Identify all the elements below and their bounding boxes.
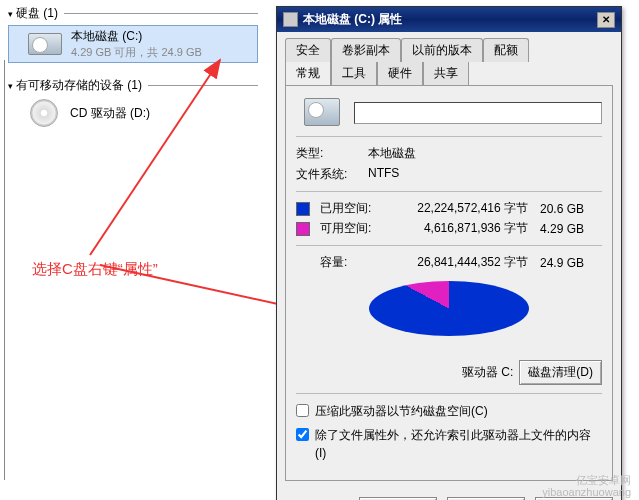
type-value: 本地磁盘 [368,145,602,162]
pie-chart [296,281,602,354]
section-removable-header: 有可移动存储的设备 (1) [8,77,258,94]
capacity-row: 容量: 26,841,444,352 字节 24.9 GB [296,254,602,271]
fs-label: 文件系统: [296,166,368,183]
capacity-bytes: 26,841,444,352 字节 [398,254,528,271]
dialog-title: 本地磁盘 (C:) 属性 [303,11,402,28]
free-label: 可用空间: [320,220,392,237]
properties-dialog: 本地磁盘 (C:) 属性 ✕ 安全 卷影副本 以前的版本 配额 常规 工具 硬件… [276,6,622,500]
drive-d-label: CD 驱动器 (D:) [70,105,150,122]
index-option[interactable]: 除了文件属性外，还允许索引此驱动器上文件的内容(I) [296,426,602,462]
drive-c-entry[interactable]: 本地磁盘 (C:) 4.29 GB 可用，共 24.9 GB [8,25,258,63]
free-gb: 4.29 GB [534,222,584,236]
watermark: 亿宝安卓网 yibaoanzhuowang [542,474,631,498]
compress-label: 压缩此驱动器以节约磁盘空间(C) [315,402,488,420]
titlebar: 本地磁盘 (C:) 属性 ✕ [277,7,621,32]
tab-sharing[interactable]: 共享 [423,62,469,85]
tab-hardware[interactable]: 硬件 [377,62,423,85]
tab-general[interactable]: 常规 [285,62,331,85]
annotation-select-c: 选择C盘右键“属性” [32,260,158,279]
compress-checkbox[interactable] [296,404,309,417]
used-label: 已用空间: [320,200,392,217]
disk-cleanup-button[interactable]: 磁盘清理(D) [519,360,602,385]
hdd-icon [27,30,63,58]
used-gb: 20.6 GB [534,202,584,216]
tab-security[interactable]: 安全 [285,38,331,62]
tab-quota[interactable]: 配额 [483,38,529,62]
fs-value: NTFS [368,166,602,183]
tab-tools[interactable]: 工具 [331,62,377,85]
compress-option[interactable]: 压缩此驱动器以节约磁盘空间(C) [296,402,602,420]
drive-c-sub: 4.29 GB 可用，共 24.9 GB [71,45,202,60]
free-bytes: 4,616,871,936 字节 [398,220,528,237]
used-swatch [296,202,310,216]
drive-letter-label: 驱动器 C: [462,364,513,381]
drive-name-input[interactable] [354,102,602,124]
tab-content-general: 类型: 本地磁盘 文件系统: NTFS 已用空间: 22,224,572,416… [285,85,613,481]
index-checkbox[interactable] [296,428,309,441]
drive-d-entry[interactable]: CD 驱动器 (D:) [8,97,258,129]
close-button[interactable]: ✕ [597,12,615,28]
type-label: 类型: [296,145,368,162]
capacity-gb: 24.9 GB [534,256,584,270]
index-label: 除了文件属性外，还允许索引此驱动器上文件的内容(I) [315,426,602,462]
space-legend: 已用空间: 22,224,572,416 字节 20.6 GB 可用空间: 4,… [296,200,602,237]
drive-big-icon [304,98,340,128]
capacity-label: 容量: [320,254,392,271]
section-hdd-header: 硬盘 (1) [8,5,258,22]
tree-line [4,60,5,480]
drive-c-label: 本地磁盘 (C:) [71,28,202,45]
drive-title-icon [283,12,298,27]
tab-previous[interactable]: 以前的版本 [401,38,483,62]
free-swatch [296,222,310,236]
cd-icon [26,99,62,127]
tab-shadow[interactable]: 卷影副本 [331,38,401,62]
tab-bar: 安全 卷影副本 以前的版本 配额 常规 工具 硬件 共享 [277,32,621,85]
used-bytes: 22,224,572,416 字节 [398,200,528,217]
